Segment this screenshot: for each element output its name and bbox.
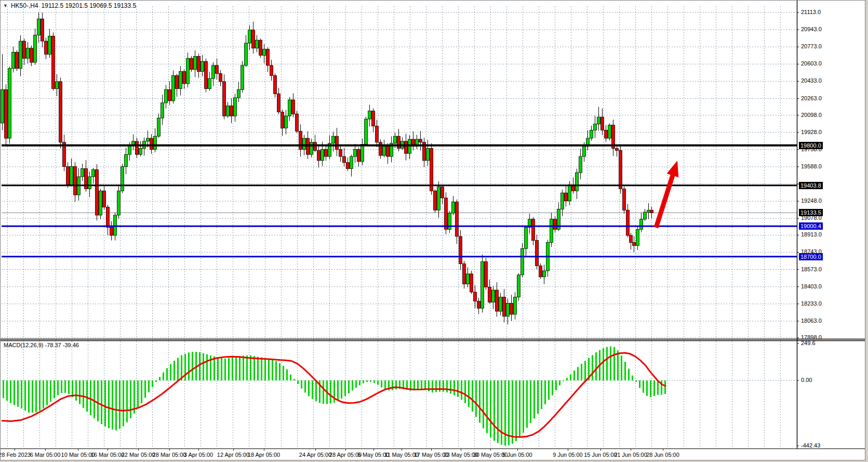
bear-candle[interactable] (183, 70, 186, 89)
bull-candle[interactable] (81, 164, 84, 181)
bull-candle[interactable] (121, 164, 124, 193)
bull-candle[interactable] (452, 196, 455, 215)
bull-candle[interactable] (139, 141, 142, 156)
bear-candle[interactable] (74, 162, 77, 202)
bear-candle[interactable] (412, 131, 415, 151)
bear-candle[interactable] (605, 125, 608, 142)
bull-candle[interactable] (481, 255, 484, 313)
bear-candle[interactable] (219, 70, 222, 86)
bull-candle[interactable] (640, 213, 643, 232)
bear-candle[interactable] (266, 47, 270, 72)
bear-candle[interactable] (292, 94, 295, 117)
bear-candle[interactable] (532, 217, 535, 245)
bull-candle[interactable] (416, 135, 419, 149)
bear-candle[interactable] (176, 74, 179, 97)
bull-candle[interactable] (647, 203, 650, 219)
bear-candle[interactable] (16, 50, 19, 71)
bear-candle[interactable] (30, 45, 33, 66)
bull-candle[interactable] (201, 55, 204, 76)
bear-candle[interactable] (650, 206, 653, 218)
bear-candle[interactable] (496, 282, 499, 316)
bull-candle[interactable] (437, 181, 440, 218)
bear-candle[interactable] (270, 60, 273, 81)
bull-candle[interactable] (70, 159, 73, 187)
bull-candle[interactable] (212, 62, 215, 86)
bull-candle[interactable] (310, 139, 313, 157)
bull-candle[interactable] (19, 35, 22, 76)
bull-candle[interactable] (528, 214, 531, 233)
bull-candle[interactable] (179, 66, 182, 95)
bear-candle[interactable] (423, 138, 426, 167)
bear-candle[interactable] (339, 144, 342, 162)
bull-candle[interactable] (608, 123, 611, 140)
bull-candle[interactable] (8, 67, 11, 143)
bear-candle[interactable] (565, 186, 568, 207)
bear-candle[interactable] (616, 147, 619, 157)
bull-candle[interactable] (466, 267, 470, 287)
bull-candle[interactable] (550, 213, 553, 247)
bear-candle[interactable] (612, 120, 615, 156)
bull-candle[interactable] (525, 226, 528, 256)
bull-candle[interactable] (636, 227, 639, 250)
bull-candle[interactable] (194, 50, 197, 77)
bear-candle[interactable] (41, 12, 44, 47)
bull-candle[interactable] (34, 29, 37, 65)
bull-candle[interactable] (172, 71, 175, 104)
bull-candle[interactable] (154, 128, 157, 152)
bear-candle[interactable] (296, 111, 299, 133)
bull-candle[interactable] (117, 184, 121, 219)
bull-candle[interactable] (499, 293, 502, 315)
bull-candle[interactable] (256, 35, 259, 52)
bear-candle[interactable] (277, 88, 281, 114)
bear-candle[interactable] (357, 148, 360, 167)
bear-candle[interactable] (485, 258, 488, 290)
bear-candle[interactable] (230, 98, 233, 123)
bull-candle[interactable] (1, 54, 4, 130)
bear-candle[interactable] (405, 134, 408, 160)
bull-candle[interactable] (208, 72, 211, 90)
bull-candle[interactable] (248, 25, 251, 50)
bull-candle[interactable] (125, 148, 128, 174)
bull-candle[interactable] (245, 35, 248, 67)
bull-candle[interactable] (354, 144, 357, 163)
bull-candle[interactable] (546, 240, 550, 276)
bull-candle[interactable] (594, 116, 597, 138)
chart-canvas[interactable] (1, 1, 865, 460)
bear-candle[interactable] (419, 131, 422, 150)
bear-candle[interactable] (619, 144, 622, 193)
bull-candle[interactable] (241, 61, 244, 93)
bull-candle[interactable] (263, 44, 266, 63)
bull-candle[interactable] (12, 47, 15, 73)
bull-candle[interactable] (506, 298, 510, 324)
bull-candle[interactable] (186, 52, 190, 87)
bear-candle[interactable] (23, 38, 26, 64)
bull-candle[interactable] (408, 135, 411, 159)
bear-candle[interactable] (96, 164, 99, 220)
bull-candle[interactable] (576, 169, 579, 199)
bull-candle[interactable] (226, 102, 230, 118)
bear-candle[interactable] (317, 147, 321, 168)
trend-arrow[interactable] (656, 161, 678, 228)
bear-candle[interactable] (103, 185, 106, 209)
bull-candle[interactable] (514, 292, 517, 320)
bull-candle[interactable] (143, 137, 146, 155)
bear-candle[interactable] (252, 22, 255, 54)
bear-candle[interactable] (554, 216, 557, 232)
bear-candle[interactable] (85, 160, 88, 192)
bull-candle[interactable] (521, 243, 524, 277)
bear-candle[interactable] (343, 148, 346, 167)
bull-candle[interactable] (328, 135, 331, 159)
bull-candle[interactable] (597, 107, 600, 131)
bull-candle[interactable] (401, 137, 404, 150)
bull-candle[interactable] (517, 273, 520, 301)
bear-candle[interactable] (190, 56, 193, 72)
bear-candle[interactable] (633, 236, 636, 252)
bull-candle[interactable] (92, 168, 95, 183)
bull-candle[interactable] (132, 134, 135, 150)
bear-candle[interactable] (52, 32, 55, 90)
bull-candle[interactable] (561, 190, 564, 216)
bull-candle[interactable] (492, 286, 495, 309)
bull-candle[interactable] (165, 85, 168, 108)
bull-candle[interactable] (586, 130, 590, 151)
bull-candle[interactable] (426, 140, 430, 166)
